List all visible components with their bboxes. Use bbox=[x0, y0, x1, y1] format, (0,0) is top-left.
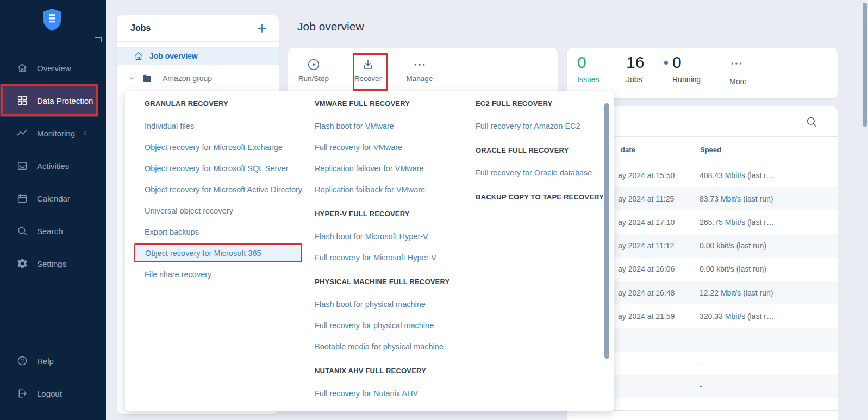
recover-dropdown-menu: GRANULAR RECOVERY Individual files Objec… bbox=[125, 91, 614, 411]
menu-section-header: PHYSICAL MACHINE FULL RECOVERY bbox=[315, 276, 472, 288]
menu-item[interactable]: Flash boot for Microsoft Hyper-V bbox=[315, 225, 472, 247]
jobs-panel-title: Jobs bbox=[130, 23, 256, 33]
cell-speed: 265.75 Mbit/s (last r… bbox=[700, 218, 774, 227]
play-circle-icon bbox=[307, 58, 321, 72]
page-title: Job overview bbox=[297, 20, 364, 33]
menu-item[interactable]: Object recovery for Microsoft Exchange bbox=[145, 136, 299, 158]
dropdown-scrollbar-thumb[interactable] bbox=[604, 103, 609, 359]
menu-section: GRANULAR RECOVERY Individual files Objec… bbox=[145, 98, 299, 285]
page-scrollbar-thumb[interactable] bbox=[863, 3, 867, 127]
chevron-down-icon[interactable] bbox=[128, 74, 136, 83]
sidebar-item[interactable]: Monitoring bbox=[0, 117, 106, 149]
menu-section: BACKUP COPY TO TAPE RECOVERY bbox=[476, 191, 611, 203]
menu-section-header: BACKUP COPY TO TAPE RECOVERY bbox=[476, 191, 611, 203]
chevron-left-icon[interactable] bbox=[82, 129, 89, 137]
app-logo-shield-icon bbox=[41, 8, 63, 34]
cell-speed: - bbox=[700, 335, 702, 344]
logout-icon bbox=[16, 387, 28, 399]
sidebar-nav: Overview Data Protection Monitoring Acti… bbox=[0, 52, 106, 280]
running-dot-icon bbox=[664, 61, 668, 65]
sidebar-item[interactable]: Logout bbox=[0, 377, 106, 410]
home-icon bbox=[133, 51, 144, 61]
sidebar: Overview Data Protection Monitoring Acti… bbox=[0, 0, 106, 420]
menu-item[interactable]: Object recovery for Microsoft 365 bbox=[134, 243, 302, 262]
menu-item[interactable]: Export backups bbox=[145, 221, 299, 242]
menu-item[interactable]: Full recovery for Amazon EC2 bbox=[476, 115, 611, 136]
table-search-icon[interactable] bbox=[805, 115, 818, 128]
menu-section: EC2 FULL RECOVERY Full recovery for Amaz… bbox=[476, 98, 611, 136]
menu-column: GRANULAR RECOVERY Individual files Objec… bbox=[145, 98, 299, 285]
pulse-icon bbox=[16, 127, 28, 139]
menu-section-header: ORACLE FULL RECOVERY bbox=[476, 145, 611, 156]
recover-button[interactable]: Recover bbox=[344, 58, 392, 83]
menu-item[interactable]: Object recovery for Microsoft SQL Server bbox=[145, 158, 299, 179]
stat-more-button[interactable]: More bbox=[729, 53, 747, 86]
stat-issues[interactable]: 0 Issues bbox=[577, 53, 599, 84]
menu-item[interactable]: Bootable media for physical machine bbox=[315, 336, 472, 357]
menu-item[interactable]: Object recovery for Microsoft Active Dir… bbox=[145, 179, 299, 200]
manage-button[interactable]: Manage bbox=[395, 58, 444, 83]
menu-item[interactable]: File share recovery bbox=[145, 264, 299, 285]
sidebar-collapse-icon[interactable] bbox=[95, 37, 102, 42]
sidebar-item[interactable]: Calendar bbox=[0, 182, 106, 215]
column-divider bbox=[694, 142, 694, 156]
sidebar-item[interactable]: Search bbox=[0, 215, 106, 247]
menu-section: HYPER-V FULL RECOVERY Flash boot for Mic… bbox=[315, 208, 472, 268]
cell-speed: 0.00 kbit/s (last run) bbox=[700, 265, 766, 273]
menu-section: VMWARE FULL RECOVERY Flash boot for VMwa… bbox=[315, 98, 472, 200]
jobs-panel-header: Jobs bbox=[117, 15, 279, 42]
folder-icon bbox=[142, 73, 153, 84]
cell-speed: 0.00 kbit/s (last run) bbox=[700, 241, 766, 250]
menu-item[interactable]: Replication failback for VMware bbox=[315, 179, 472, 200]
calendar-icon bbox=[16, 192, 28, 204]
cell-speed: 408.43 Mbit/s (last r… bbox=[700, 171, 774, 180]
cell-speed: - bbox=[700, 359, 702, 367]
menu-item[interactable]: Flash boot for physical machine bbox=[315, 293, 472, 315]
sidebar-item[interactable]: Overview bbox=[0, 52, 106, 84]
menu-item[interactable]: Individual files bbox=[145, 115, 299, 136]
download-icon bbox=[361, 58, 375, 72]
stat-running[interactable]: 0 Running bbox=[664, 53, 701, 84]
stat-jobs[interactable]: 16 Jobs bbox=[626, 53, 644, 84]
menu-item[interactable]: Universal object recovery bbox=[145, 200, 299, 221]
run-stop-button[interactable]: Run/Stop bbox=[289, 58, 338, 83]
menu-item[interactable]: Full recovery for Oracle database bbox=[476, 162, 611, 183]
sidebar-bottom: ? Help Logout bbox=[0, 344, 106, 410]
cell-speed: - bbox=[700, 382, 702, 391]
ellipsis-icon bbox=[413, 58, 427, 72]
menu-item[interactable]: Replication failover for VMware bbox=[315, 158, 472, 179]
menu-section: PHYSICAL MACHINE FULL RECOVERY Flash boo… bbox=[315, 276, 472, 357]
sidebar-item[interactable]: Data Protection bbox=[0, 84, 98, 117]
cell-speed: 12.22 Mbit/s (last run) bbox=[700, 289, 773, 297]
menu-item[interactable]: Full recovery for VMware bbox=[315, 136, 472, 158]
toolbar: Run/Stop Recover Manage bbox=[288, 48, 558, 96]
menu-item[interactable]: Flash boot for VMware bbox=[315, 115, 472, 136]
sidebar-item[interactable]: Activities bbox=[0, 149, 106, 182]
jobs-tree-item-amazon-group[interactable]: Amazon group bbox=[117, 69, 279, 87]
menu-item[interactable]: Full recovery for physical machine bbox=[315, 315, 472, 336]
menu-item[interactable]: Full recovery for Nutanix AHV bbox=[315, 383, 472, 404]
menu-item[interactable]: Full recovery for Microsoft Hyper-V bbox=[315, 247, 472, 268]
cell-speed: 320.33 Mbit/s (last r… bbox=[700, 312, 774, 321]
inbox-icon bbox=[16, 160, 28, 172]
menu-column: VMWARE FULL RECOVERY Flash boot for VMwa… bbox=[315, 98, 472, 404]
cell-speed: 83.73 Mbit/s (last run) bbox=[700, 195, 773, 203]
search-icon bbox=[16, 225, 28, 237]
home-icon bbox=[16, 62, 28, 74]
sidebar-item[interactable]: ? Help bbox=[0, 344, 106, 377]
menu-section-header: NUTANIX AHV FULL RECOVERY bbox=[315, 365, 472, 377]
table-header-speed[interactable]: Speed bbox=[700, 146, 721, 154]
menu-section-header: VMWARE FULL RECOVERY bbox=[315, 98, 472, 110]
sidebar-item[interactable]: Settings bbox=[0, 247, 106, 280]
svg-text:?: ? bbox=[21, 358, 24, 364]
menu-section-header: HYPER-V FULL RECOVERY bbox=[315, 208, 472, 220]
table-header-date[interactable]: date bbox=[621, 146, 635, 154]
menu-section-header: GRANULAR RECOVERY bbox=[145, 98, 299, 110]
menu-column: EC2 FULL RECOVERY Full recovery for Amaz… bbox=[476, 98, 611, 209]
add-job-button[interactable] bbox=[256, 22, 268, 34]
gear-icon bbox=[16, 258, 28, 269]
menu-section: ORACLE FULL RECOVERY Full recovery for O… bbox=[476, 145, 611, 183]
jobs-tree-item-job-overview[interactable]: Job overview bbox=[117, 47, 279, 65]
grid-icon bbox=[16, 95, 28, 106]
help-icon: ? bbox=[16, 355, 28, 367]
